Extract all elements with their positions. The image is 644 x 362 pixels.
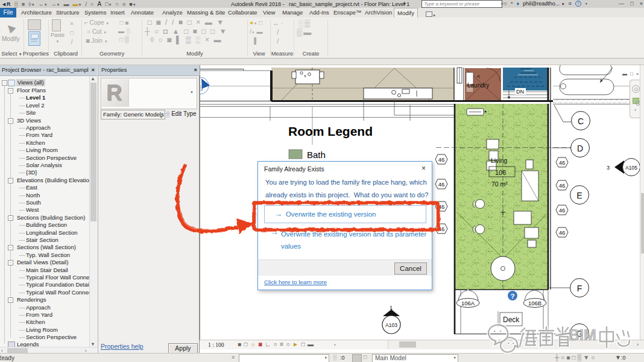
svg-text:Laundry: Laundry — [467, 82, 489, 89]
svg-text:46: 46 — [559, 207, 566, 214]
svg-text:106: 106 — [495, 169, 506, 176]
svg-text:106A: 106A — [461, 300, 475, 306]
svg-text:46: 46 — [438, 226, 445, 232]
svg-text:70 m²: 70 m² — [491, 180, 508, 188]
svg-text:Bath: Bath — [307, 150, 326, 160]
svg-text:46: 46 — [559, 182, 566, 189]
svg-text:A103: A103 — [385, 322, 397, 328]
svg-text:46: 46 — [559, 229, 566, 236]
svg-text:106B: 106B — [528, 300, 541, 306]
svg-text:D: D — [577, 144, 583, 153]
svg-text:46: 46 — [559, 159, 566, 166]
svg-text:Room Legend: Room Legend — [288, 124, 373, 138]
svg-text:Living: Living — [491, 157, 508, 164]
svg-text:?: ? — [510, 293, 514, 300]
svg-text:DN: DN — [516, 89, 524, 95]
svg-text:Deck: Deck — [503, 316, 520, 324]
svg-text:F: F — [577, 284, 582, 293]
svg-text:3: 3 — [607, 165, 610, 171]
svg-text:3: 3 — [200, 86, 203, 92]
svg-text:A105: A105 — [625, 165, 637, 171]
svg-text:G: G — [576, 329, 583, 338]
svg-text:E: E — [576, 191, 582, 200]
svg-text:46: 46 — [438, 156, 445, 163]
svg-text:46: 46 — [438, 203, 445, 210]
svg-text:C: C — [578, 116, 584, 126]
svg-text:46: 46 — [438, 181, 445, 188]
